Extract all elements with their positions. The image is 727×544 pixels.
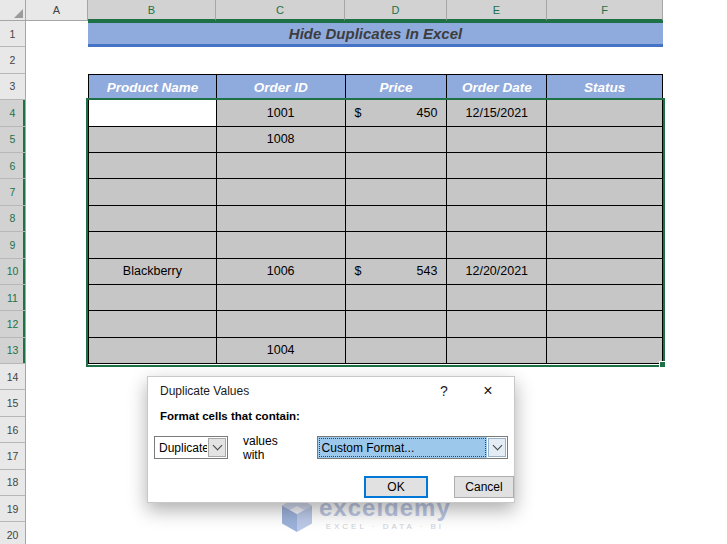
- column-header-F[interactable]: F: [547, 0, 663, 21]
- cell-D9[interactable]: [346, 232, 448, 258]
- cell-B13[interactable]: [89, 338, 217, 364]
- row-header-10[interactable]: 10: [0, 259, 26, 285]
- row-header-6[interactable]: 6: [0, 153, 26, 179]
- cancel-button[interactable]: Cancel: [454, 476, 514, 498]
- cell-D6[interactable]: [346, 153, 448, 179]
- cell-C12[interactable]: [217, 311, 346, 337]
- cell-F4[interactable]: [547, 100, 663, 126]
- chevron-down-icon[interactable]: [488, 438, 506, 457]
- cell-D12[interactable]: [346, 311, 448, 337]
- row-header-17[interactable]: 17: [0, 443, 26, 469]
- cell-E9[interactable]: [447, 232, 547, 258]
- row-header-18[interactable]: 18: [0, 470, 26, 496]
- column-headers: ABCDEF: [26, 0, 663, 21]
- title-banner-cell[interactable]: Hide Duplicates In Excel: [88, 21, 663, 47]
- cell-F5[interactable]: [547, 127, 663, 153]
- cell-F11[interactable]: [547, 285, 663, 311]
- fill-handle[interactable]: [659, 361, 666, 368]
- table-header-status[interactable]: Status: [547, 74, 663, 100]
- dialog-title: Duplicate Values: [160, 384, 249, 398]
- dialog-titlebar[interactable]: Duplicate Values ? ×: [148, 377, 514, 405]
- column-header-B[interactable]: B: [88, 0, 216, 21]
- row-header-7[interactable]: 7: [0, 179, 26, 205]
- cell-C7[interactable]: [217, 179, 346, 205]
- row-header-19[interactable]: 19: [0, 496, 26, 522]
- row-header-14[interactable]: 14: [0, 364, 26, 390]
- cell-D13[interactable]: [346, 338, 448, 364]
- row-header-2[interactable]: 2: [0, 47, 26, 73]
- help-icon[interactable]: ?: [436, 383, 452, 399]
- cell-F9[interactable]: [547, 232, 663, 258]
- cell-E10[interactable]: 12/20/2021: [447, 259, 547, 285]
- row-header-16[interactable]: 16: [0, 417, 26, 443]
- cell-F8[interactable]: [547, 206, 663, 232]
- row-header-1[interactable]: 1: [0, 21, 26, 47]
- cell-D10[interactable]: $543: [346, 259, 448, 285]
- table-header-order-date[interactable]: Order Date: [447, 74, 547, 100]
- cell-F6[interactable]: [547, 153, 663, 179]
- price-value: 450: [417, 106, 438, 120]
- close-icon[interactable]: ×: [480, 382, 496, 400]
- row-header-11[interactable]: 11: [0, 285, 26, 311]
- cell-C5[interactable]: 1008: [217, 127, 346, 153]
- cell-C4[interactable]: 1001: [217, 100, 346, 126]
- format-select-value: Custom Format...: [318, 437, 487, 458]
- table-header-order-id[interactable]: Order ID: [217, 74, 346, 100]
- table-row-13: 1004: [89, 338, 663, 364]
- ok-button[interactable]: OK: [364, 476, 428, 498]
- cell-D4[interactable]: $450: [346, 100, 448, 126]
- row-header-12[interactable]: 12: [0, 311, 26, 337]
- cell-B8[interactable]: [89, 206, 217, 232]
- cell-E12[interactable]: [447, 311, 547, 337]
- column-header-D[interactable]: D: [345, 0, 447, 21]
- cell-D5[interactable]: [346, 127, 448, 153]
- cell-F12[interactable]: [547, 311, 663, 337]
- row-header-15[interactable]: 15: [0, 390, 26, 416]
- cell-E6[interactable]: [447, 153, 547, 179]
- cell-E13[interactable]: [447, 338, 547, 364]
- cell-E8[interactable]: [447, 206, 547, 232]
- format-select[interactable]: Custom Format...: [317, 436, 508, 459]
- table-header-price[interactable]: Price: [346, 74, 448, 100]
- cell-B11[interactable]: [89, 285, 217, 311]
- cell-C9[interactable]: [217, 232, 346, 258]
- row-header-9[interactable]: 9: [0, 232, 26, 258]
- row-header-4[interactable]: 4: [0, 100, 26, 126]
- cell-C11[interactable]: [217, 285, 346, 311]
- cell-F7[interactable]: [547, 179, 663, 205]
- cell-E4[interactable]: 12/15/2021: [447, 100, 547, 126]
- cell-B12[interactable]: [89, 311, 217, 337]
- cell-C10[interactable]: 1006: [217, 259, 346, 285]
- cell-C13[interactable]: 1004: [217, 338, 346, 364]
- column-header-E[interactable]: E: [447, 0, 547, 21]
- cell-F10[interactable]: [547, 259, 663, 285]
- column-header-C[interactable]: C: [216, 0, 345, 21]
- cell-F13[interactable]: [547, 338, 663, 364]
- cell-B7[interactable]: [89, 179, 217, 205]
- column-header-A[interactable]: A: [26, 0, 88, 21]
- cell-D7[interactable]: [346, 179, 448, 205]
- cell-B5[interactable]: [89, 127, 217, 153]
- cell-E5[interactable]: [447, 127, 547, 153]
- duplicate-type-select[interactable]: Duplicate: [154, 436, 228, 459]
- row-header-3[interactable]: 3: [0, 74, 26, 100]
- cell-D8[interactable]: [346, 206, 448, 232]
- row-header-5[interactable]: 5: [0, 127, 26, 153]
- row-header-13[interactable]: 13: [0, 338, 26, 364]
- cell-B9[interactable]: [89, 232, 217, 258]
- cell-B4[interactable]: [89, 100, 217, 126]
- select-all-corner[interactable]: [0, 0, 26, 21]
- cell-D11[interactable]: [346, 285, 448, 311]
- cell-E11[interactable]: [447, 285, 547, 311]
- row-header-8[interactable]: 8: [0, 206, 26, 232]
- row-header-20[interactable]: 20: [0, 522, 26, 544]
- chevron-down-icon[interactable]: [208, 438, 226, 457]
- cell-B6[interactable]: [89, 153, 217, 179]
- table-header-product-name[interactable]: Product Name: [89, 74, 217, 100]
- cell-B10[interactable]: Blackberry: [89, 259, 217, 285]
- cell-E7[interactable]: [447, 179, 547, 205]
- duplicate-values-dialog: Duplicate Values ? × Format cells that c…: [147, 376, 515, 503]
- cell-C8[interactable]: [217, 206, 346, 232]
- cell-C6[interactable]: [217, 153, 346, 179]
- price-value: 543: [417, 264, 438, 278]
